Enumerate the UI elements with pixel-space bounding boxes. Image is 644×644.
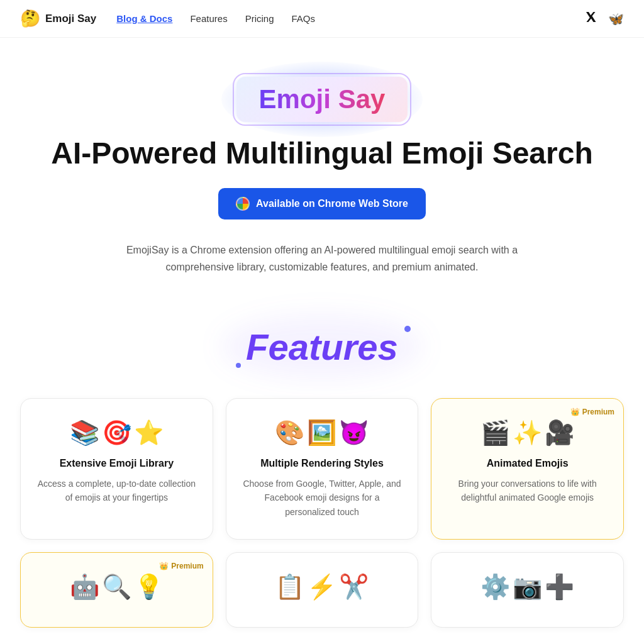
card-ai-premium-label: Premium (171, 562, 203, 570)
features-dot-top (404, 326, 411, 332)
hero-title: AI-Powered Multilingual Emoji Search (13, 136, 631, 170)
nav-link-faqs[interactable]: FAQs (292, 13, 316, 24)
card-settings: ⚙️📷➕ (431, 552, 624, 628)
card-emoji-library: 📚🎯⭐ Extensive Emoji Library Access a com… (20, 398, 213, 540)
nav-link-features[interactable]: Features (190, 13, 227, 24)
card-animated-title: Animated Emojis (447, 458, 608, 469)
card-rendering-icons: 🎨🖼️😈 (242, 419, 403, 447)
hero-section: Emoji Say AI-Powered Multilingual Emoji … (0, 38, 644, 288)
twitter-x-button[interactable] (584, 10, 598, 27)
card-settings-icons: ⚙️📷➕ (447, 573, 608, 601)
premium-badge-label: Premium (582, 408, 614, 416)
features-bottom-cards-grid: 👑 Premium 🤖🔍💡 📋⚡✂️ ⚙️📷➕ (20, 552, 624, 628)
logo[interactable]: 🤔 Emoji Say (20, 9, 96, 28)
hero-description: EmojiSay is a Chrome extension offering … (108, 242, 536, 275)
card-emoji-library-title: Extensive Emoji Library (36, 458, 197, 469)
hero-badge: Emoji Say (235, 75, 409, 123)
features-dot-bottom (236, 363, 241, 368)
features-title: Features (246, 326, 398, 368)
card-rendering-styles: 🎨🖼️😈 Multiple Rendering Styles Choose fr… (226, 398, 419, 540)
card-ai-search: 👑 Premium 🤖🔍💡 (20, 552, 213, 628)
logo-text: Emoji Say (45, 13, 96, 25)
card-ai-premium-icon: 👑 (159, 562, 169, 570)
card-emoji-library-icons: 📚🎯⭐ (36, 419, 197, 447)
features-section: Features 📚🎯⭐ Extensive Emoji Library Acc… (0, 288, 644, 644)
premium-badge: 👑 Premium (570, 408, 614, 416)
card-rendering-desc: Choose from Google, Twitter, Apple, and … (242, 477, 403, 519)
butterfly-icon: 🦋 (608, 12, 624, 26)
chrome-store-button[interactable]: Available on Chrome Web Store (218, 188, 426, 219)
card-animated-emojis: 👑 Premium 🎬✨🎥 Animated Emojis Bring your… (431, 398, 624, 540)
card-animated-icons: 🎬✨🎥 (447, 419, 608, 447)
card-animated-desc: Bring your conversations to life with de… (447, 477, 608, 505)
card-emoji-library-desc: Access a complete, up-to-date collection… (36, 477, 197, 505)
nav-links: Blog & Docs Features Pricing FAQs (116, 13, 584, 24)
nav-link-pricing[interactable]: Pricing (245, 13, 274, 24)
bluesky-butterfly-button[interactable]: 🦋 (608, 11, 624, 26)
nav-link-blog-docs[interactable]: Blog & Docs (116, 13, 172, 24)
twitter-x-icon (584, 10, 598, 24)
card-clipboard-icons: 📋⚡✂️ (242, 573, 403, 601)
navbar: 🤔 Emoji Say Blog & Docs Features Pricing… (0, 0, 644, 38)
chrome-store-label: Available on Chrome Web Store (256, 198, 408, 209)
features-title-wrapper: Features (246, 326, 398, 368)
hero-badge-text: Emoji Say (259, 84, 386, 114)
card-ai-icons: 🤖🔍💡 (36, 573, 197, 601)
hero-badge-wrapper: Emoji Say (235, 75, 409, 123)
card-rendering-title: Multiple Rendering Styles (242, 458, 403, 469)
features-cards-grid: 📚🎯⭐ Extensive Emoji Library Access a com… (20, 398, 624, 540)
nav-social-icons: 🦋 (584, 10, 624, 27)
card-ai-premium-badge: 👑 Premium (159, 562, 203, 570)
logo-emoji: 🤔 (20, 9, 40, 28)
chrome-icon (236, 197, 250, 211)
premium-badge-icon: 👑 (570, 408, 580, 416)
card-clipboard: 📋⚡✂️ (226, 552, 419, 628)
